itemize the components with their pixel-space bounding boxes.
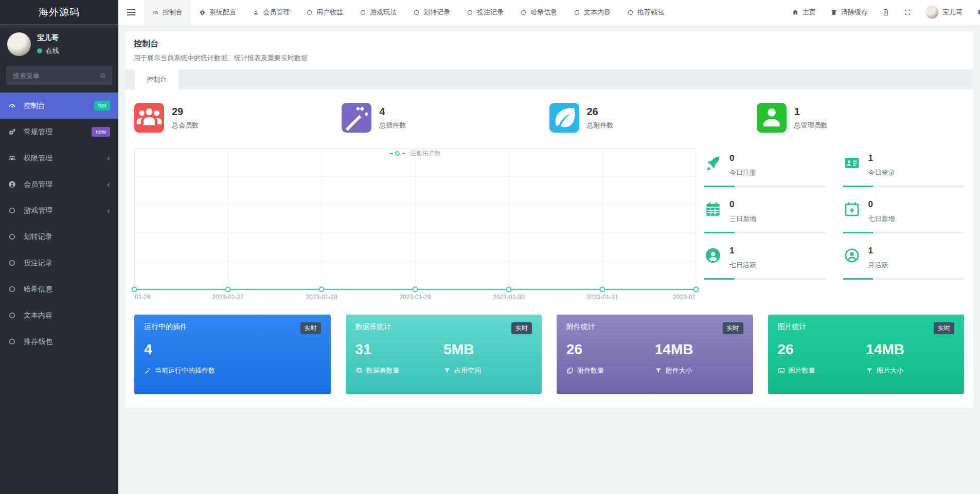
tab-dashboard[interactable]: 控制台 bbox=[135, 69, 179, 89]
legend-line bbox=[389, 153, 393, 154]
realtime-card-3[interactable]: 附件统计实时26附件数量14MB附件大小 bbox=[557, 315, 753, 394]
topnav-tab-9[interactable]: 文本内容 bbox=[565, 0, 619, 25]
sidebar-item-6[interactable]: 划转记录 bbox=[0, 224, 118, 250]
sidebar-item-2[interactable]: 常规管理new bbox=[0, 119, 118, 145]
fullscreen-icon bbox=[904, 9, 911, 16]
x-axis-tick-label: 2023-01-27 bbox=[212, 294, 244, 301]
card-metric: 4当前运行中的插件数 bbox=[144, 341, 233, 375]
topnav-tab-label: 投注记录 bbox=[477, 8, 504, 17]
topnav-tab-3[interactable]: 会员管理 bbox=[244, 0, 298, 25]
card-title: 图片统计 bbox=[778, 322, 807, 332]
topnav-tab-8[interactable]: 哈希信息 bbox=[512, 0, 565, 25]
card-metric-label: 附件大小 bbox=[666, 366, 692, 375]
topnav-tab-5[interactable]: 游戏玩法 bbox=[351, 0, 405, 25]
sidebar-item-9[interactable]: 文本内容 bbox=[0, 302, 118, 328]
x-axis-tick-label: 2023-01-28 bbox=[306, 294, 337, 301]
sidebar-item-8[interactable]: 哈希信息 bbox=[0, 276, 118, 302]
topnav-tab-label: 会员管理 bbox=[263, 8, 290, 17]
search-icon[interactable] bbox=[99, 72, 106, 79]
quick-stat-6: 1月活跃 bbox=[843, 246, 965, 280]
docs-button[interactable] bbox=[875, 0, 897, 25]
quick-stat-label: 七日新增 bbox=[868, 214, 895, 224]
card-metric: 26图片数量 bbox=[778, 341, 866, 375]
online-status-label: 在线 bbox=[46, 46, 59, 56]
clear-cache-button[interactable]: 清除缓存 bbox=[823, 0, 875, 25]
card-metric: 26附件数量 bbox=[566, 341, 655, 375]
topnav-tab-4[interactable]: 用户收益 bbox=[298, 0, 351, 25]
topnav-tab-label: 游戏玩法 bbox=[370, 8, 397, 17]
calendar-icon bbox=[704, 200, 722, 218]
card-metric: 5MB占用空间 bbox=[443, 341, 532, 375]
user-menu[interactable]: 宝儿哥 bbox=[918, 0, 970, 25]
topnav-tab-7[interactable]: 投注记录 bbox=[458, 0, 512, 25]
topnav-tab-label: 文本内容 bbox=[584, 8, 611, 17]
topnav-tab-10[interactable]: 推荐钱包 bbox=[619, 0, 672, 25]
sidebar-username: 宝儿哥 bbox=[37, 33, 59, 43]
card-title: 数据库统计 bbox=[355, 322, 391, 332]
image-icon bbox=[778, 367, 785, 374]
quick-stats: 0今日注册1今日登录0三日新增0七日新增1七日活跃1月活跃 bbox=[704, 148, 964, 303]
circle-icon bbox=[627, 9, 634, 16]
topnav-tab-6[interactable]: 划转记录 bbox=[405, 0, 458, 25]
card-metric: 14MB图片大小 bbox=[866, 341, 954, 375]
stat-card-3: 26总附件数 bbox=[549, 103, 757, 133]
page-subtitle: 用于展示当前系统中的统计数据、统计报表及重要实时数据 bbox=[134, 53, 965, 63]
realtime-badge: 实时 bbox=[300, 322, 321, 334]
user-circle-icon bbox=[704, 247, 722, 264]
chart-point bbox=[319, 287, 324, 292]
sidebar-item-label: 游戏管理 bbox=[24, 206, 52, 215]
quick-stat-label: 三日新增 bbox=[729, 214, 756, 224]
home-link[interactable]: 主页 bbox=[785, 0, 823, 25]
calendar-plus-icon bbox=[843, 200, 861, 218]
card-metric-label: 图片数量 bbox=[789, 366, 815, 375]
sidebar-item-1[interactable]: 控制台hot bbox=[0, 93, 118, 119]
card-metric-label: 当前运行中的插件数 bbox=[155, 366, 215, 375]
sidebar-item-label: 权限管理 bbox=[24, 154, 52, 163]
settings-button[interactable] bbox=[970, 0, 980, 25]
card-metric-value: 5MB bbox=[443, 341, 532, 358]
sidebar-badge-hot: hot bbox=[94, 101, 110, 110]
search-input[interactable] bbox=[6, 66, 112, 85]
chart-point bbox=[507, 287, 511, 292]
x-axis-tick-label: 01-26 bbox=[135, 294, 151, 301]
chevron-left-icon: ‹ bbox=[107, 180, 110, 189]
username-label: 宝儿哥 bbox=[942, 8, 963, 17]
quick-stat-value: 0 bbox=[729, 199, 756, 210]
quick-stat-label: 月活跃 bbox=[868, 261, 888, 270]
sidebar-item-3[interactable]: 权限管理‹ bbox=[0, 145, 118, 171]
sidebar-menu: 控制台hot常规管理new权限管理‹会员管理‹游戏管理‹划转记录投注记录哈希信息… bbox=[0, 93, 118, 355]
users-icon bbox=[134, 103, 164, 133]
quick-stat-label: 今日注册 bbox=[729, 168, 756, 177]
sidebar-item-7[interactable]: 投注记录 bbox=[0, 250, 118, 276]
stat-card-2: 4总插件数 bbox=[342, 103, 549, 133]
topnav-tab-2[interactable]: 系统配置 bbox=[191, 0, 244, 25]
sidebar-item-5[interactable]: 游戏管理‹ bbox=[0, 197, 118, 224]
sidebar-item-10[interactable]: 推荐钱包 bbox=[0, 328, 118, 355]
x-axis-tick-label: 2023-02 bbox=[673, 294, 696, 301]
idcard-icon bbox=[843, 154, 861, 172]
sidebar-item-4[interactable]: 会员管理‹ bbox=[0, 171, 118, 197]
sidebar: 宝儿哥 在线 控制台hot常规管理new权限管理‹会员管理‹游戏管理‹划转记录投… bbox=[0, 25, 118, 494]
sidebar-toggle-button[interactable] bbox=[118, 0, 144, 25]
chart-legend[interactable]: 注册用户数 bbox=[134, 149, 696, 158]
rocket-icon bbox=[704, 154, 722, 172]
topnav-tab-1[interactable]: 控制台 bbox=[144, 0, 191, 25]
quick-stat-label: 七日活跃 bbox=[729, 261, 756, 270]
avatar[interactable] bbox=[7, 32, 31, 56]
wand-icon bbox=[342, 103, 371, 133]
realtime-badge: 实时 bbox=[723, 322, 743, 334]
stat-card-4: 1总管理员数 bbox=[757, 103, 964, 133]
user-circle-icon bbox=[8, 180, 17, 188]
quick-stat-value: 0 bbox=[729, 153, 756, 163]
realtime-card-1[interactable]: 运行中的插件实时4当前运行中的插件数 bbox=[134, 315, 331, 394]
circle-icon bbox=[520, 9, 527, 16]
realtime-card-4[interactable]: 图片统计实时26图片数量14MB图片大小 bbox=[768, 315, 965, 394]
circle-icon bbox=[574, 9, 580, 16]
x-axis-tick-label: 2023-01-29 bbox=[399, 294, 431, 301]
sidebar-item-label: 会员管理 bbox=[24, 180, 52, 189]
fullscreen-button[interactable] bbox=[897, 0, 918, 25]
topnav-tab-label: 推荐钱包 bbox=[637, 8, 664, 17]
realtime-card-2[interactable]: 数据库统计实时31数据表数量5MB占用空间 bbox=[346, 315, 542, 394]
stat-card-1: 29总会员数 bbox=[134, 103, 342, 133]
legend-line bbox=[402, 153, 405, 154]
